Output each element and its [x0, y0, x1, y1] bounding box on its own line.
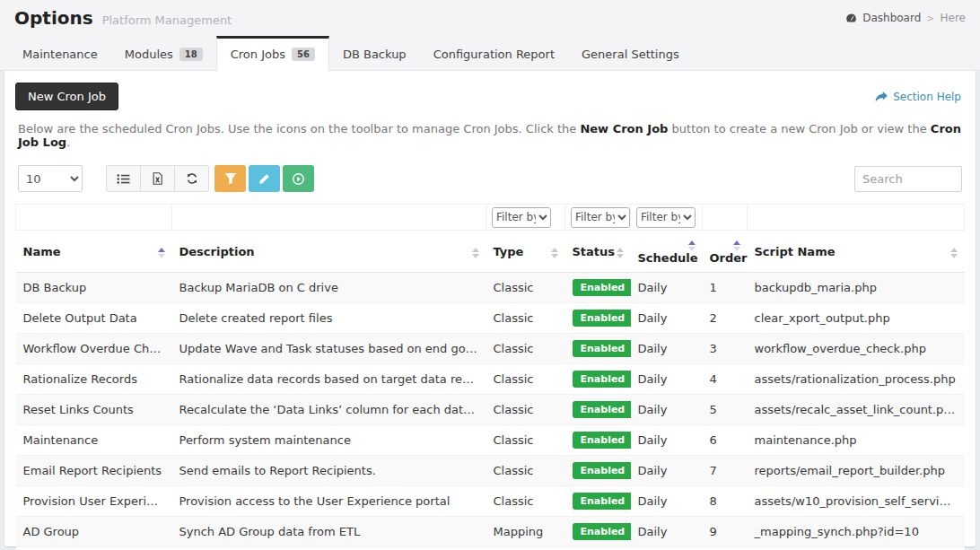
column-header-order[interactable]: Order	[703, 231, 748, 273]
cell-script-name: reports/email_report_builder.php	[748, 456, 965, 486]
cell-type: Mapping	[486, 517, 565, 547]
column-header-schedule[interactable]: Schedule	[631, 231, 703, 273]
refresh-icon	[186, 172, 198, 185]
tab-modules[interactable]: Modules18	[111, 36, 216, 71]
filter-select-type[interactable]: Filter by...	[492, 207, 551, 228]
table-row[interactable]: Rationalize RecordsRationalize data reco…	[16, 364, 965, 395]
cell-schedule: Daily	[631, 303, 703, 334]
play-circle-icon	[292, 172, 305, 186]
cell-status: Enabled	[565, 364, 631, 395]
cell-script-name: assets/w10_provision_self_service_users.…	[748, 486, 965, 517]
cell-status: Enabled	[565, 456, 631, 486]
tab-maintenance[interactable]: Maintenance	[9, 36, 111, 71]
cell-description: Update Wave and Task statuses based on e…	[172, 334, 486, 364]
funnel-icon	[224, 172, 237, 185]
cell-script-name: workflow_overdue_check.php	[748, 334, 965, 364]
status-badge: Enabled	[573, 279, 631, 296]
cell-order: 2	[703, 303, 748, 334]
status-badge: Enabled	[573, 310, 631, 327]
cell-name: Reset Links Counts	[16, 395, 172, 425]
filter-button[interactable]	[214, 165, 246, 192]
cell-type: Classic	[486, 334, 565, 364]
cell-order: 7	[703, 456, 748, 486]
table-row[interactable]: Delete Output DataDelete created report …	[16, 303, 965, 334]
sort-indicator	[551, 248, 558, 258]
tabs-bar: MaintenanceModules18Cron Jobs56DB Backup…	[0, 31, 980, 71]
cell-order: 4	[703, 364, 748, 395]
cell-order: 1	[703, 273, 748, 303]
table-row[interactable]: Email Report RecipientsSend emails to Re…	[16, 456, 965, 486]
sort-indicator	[950, 248, 958, 258]
edit-button[interactable]	[249, 165, 280, 192]
cell-schedule: Daily	[631, 395, 703, 425]
cell-order: 5	[703, 395, 748, 425]
cell-name: DB Backup	[16, 273, 172, 303]
table-row[interactable]: AD Group (Not in AD)Update AD Groups not…	[16, 547, 965, 550]
section-help-link[interactable]: Section Help	[875, 91, 961, 103]
cell-type: Classic	[486, 456, 565, 486]
cell-order: 10	[703, 547, 748, 550]
table-row[interactable]: MaintenancePerform system maintenanceCla…	[16, 425, 965, 456]
sort-indicator	[733, 240, 740, 251]
column-label: Name	[23, 245, 61, 258]
status-badge: Enabled	[573, 432, 631, 449]
list-view-button[interactable]	[106, 165, 141, 192]
search-input[interactable]	[854, 166, 962, 192]
new-cron-job-button[interactable]: New Cron Job	[15, 83, 118, 110]
cell-status: Enabled	[565, 334, 631, 364]
cell-schedule: Daily	[631, 425, 703, 456]
cron-jobs-table: Filter by...Filter by...Filter by...Name…	[15, 204, 965, 550]
breadcrumb-item-dashboard[interactable]: Dashboard	[862, 12, 921, 24]
forward-arrow-icon	[875, 92, 888, 102]
export-excel-button[interactable]	[140, 165, 175, 192]
page-size-select[interactable]: 10	[18, 165, 83, 192]
breadcrumb: Dashboard > Here	[845, 12, 966, 24]
tab-configuration-report[interactable]: Configuration Report	[420, 36, 568, 71]
table-row[interactable]: Workflow Overdue CheckUpdate Wave and Ta…	[16, 334, 965, 364]
column-header-status[interactable]: Status	[565, 231, 631, 273]
column-header-name[interactable]: Name	[16, 231, 172, 273]
tab-general-settings[interactable]: General Settings	[568, 36, 693, 71]
table-row[interactable]: Reset Links CountsRecalculate the ‘Data …	[16, 395, 965, 425]
cell-status: Enabled	[565, 273, 631, 303]
cell-type: Classic	[486, 395, 565, 425]
table-row[interactable]: AD GroupSynch AD Group data from ETLMapp…	[16, 517, 965, 547]
filter-cell-schedule: Filter by...	[631, 205, 703, 231]
cell-status: Enabled	[565, 303, 631, 334]
table-row[interactable]: Provision User Experience UsersProvision…	[16, 486, 965, 517]
sort-indicator	[617, 248, 624, 258]
cell-description: Update AD Groups not in AD (set In AD eq…	[172, 547, 486, 550]
tab-cron-jobs[interactable]: Cron Jobs56	[216, 36, 329, 71]
cell-script-name: backupdb_maria.php	[748, 273, 965, 303]
tab-label: Cron Jobs	[231, 48, 285, 61]
filter-select-status[interactable]: Filter by...	[571, 207, 630, 228]
column-label: Schedule	[638, 251, 698, 265]
tab-badge: 56	[292, 48, 315, 61]
tab-badge: 18	[179, 48, 203, 61]
page-title: Options	[14, 7, 93, 29]
cell-description: Provision access to the User Experience …	[172, 486, 486, 517]
cell-schedule: Daily	[631, 456, 703, 486]
column-header-script-name[interactable]: Script Name	[748, 231, 965, 273]
tab-label: General Settings	[582, 48, 679, 61]
filter-select-schedule[interactable]: Filter by...	[636, 207, 696, 228]
tab-db-backup[interactable]: DB Backup	[329, 36, 420, 71]
sort-indicator	[472, 248, 479, 258]
column-header-description[interactable]: Description	[172, 231, 486, 273]
cell-type: Classic	[486, 273, 565, 303]
run-button[interactable]	[283, 165, 314, 192]
tab-label: Modules	[125, 48, 173, 61]
cell-name: Email Report Recipients	[16, 456, 172, 486]
cell-type: Classic	[486, 486, 565, 517]
cell-name: AD Group (Not in AD)	[16, 547, 172, 550]
column-header-type[interactable]: Type	[486, 231, 565, 273]
page-subtitle: Platform Management	[102, 13, 232, 27]
table-toolbar: 10	[15, 165, 965, 192]
refresh-button[interactable]	[174, 165, 209, 192]
dashboard-icon	[845, 13, 857, 23]
cell-script-name: maintenance.php	[748, 425, 965, 456]
cell-status: Enabled	[565, 425, 631, 456]
section-help-label: Section Help	[893, 91, 961, 103]
table-row[interactable]: DB BackupBackup MariaDB on C driveClassi…	[16, 273, 965, 303]
cell-name: Delete Output Data	[16, 303, 172, 334]
